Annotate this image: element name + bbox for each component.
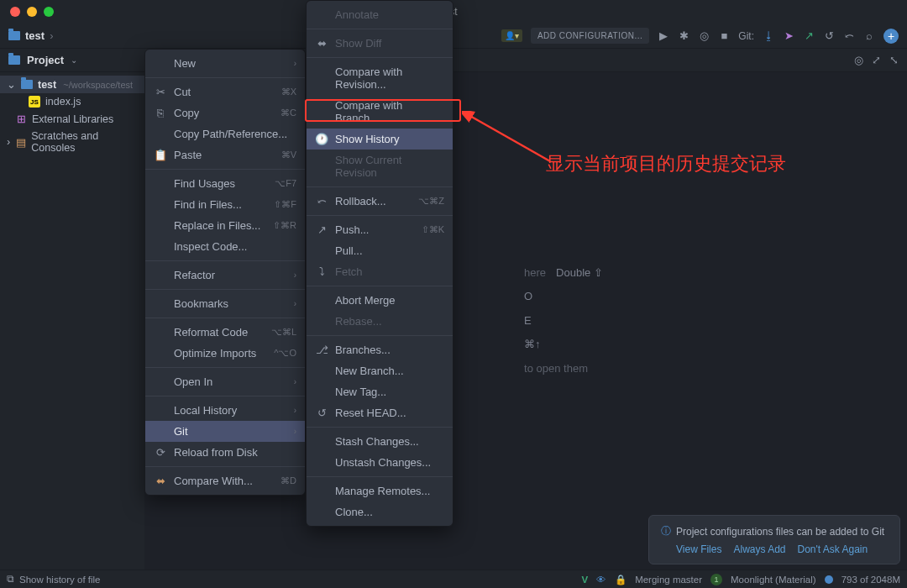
menu-rollback[interactable]: ⤺Rollback...⌥⌘Z [307, 191, 453, 212]
status-git-branch[interactable]: Merging master [635, 575, 702, 585]
notification-badge[interactable]: 1 [710, 574, 722, 585]
menu-rebase: Rebase... [307, 311, 453, 332]
menu-find-usages[interactable]: Find Usages⌥F7 [145, 173, 305, 194]
submenu-arrow-icon: › [294, 427, 296, 436]
tree-external-libraries[interactable]: ⊞ External Libraries [0, 110, 144, 128]
menu-refactor[interactable]: Refactor› [145, 265, 305, 286]
folder-icon [21, 80, 33, 89]
status-memory[interactable]: 793 of 2048M [841, 575, 900, 585]
menu-clone[interactable]: Clone... [307, 501, 453, 522]
menu-label: Rollback... [335, 195, 412, 207]
debug-icon[interactable]: ✱ [678, 30, 689, 42]
maximize-window-button[interactable] [44, 7, 54, 17]
reset-icon: ↺ [315, 407, 328, 419]
hint-key: ⌘↑ [524, 333, 541, 357]
menu-stash[interactable]: Stash Changes... [307, 431, 453, 452]
run-icon[interactable]: ▶ [658, 30, 669, 42]
notif-dont-ask[interactable]: Don't Ask Again [798, 543, 868, 555]
menu-inspect-code[interactable]: Inspect Code... [145, 236, 305, 257]
project-view-label[interactable]: Project [27, 54, 64, 66]
menu-compare-revision[interactable]: Compare with Revision... [307, 61, 453, 95]
library-icon: ⊞ [15, 113, 27, 125]
menu-copy-path[interactable]: Copy Path/Reference... [145, 123, 305, 144]
menu-local-history[interactable]: Local History› [145, 400, 305, 421]
select-opened-file-icon[interactable]: ◎ [854, 54, 863, 66]
menu-reload-from-disk[interactable]: ⟳Reload from Disk [145, 442, 305, 463]
tree-root[interactable]: ⌄ test ~/workspace/test [0, 76, 144, 93]
menu-compare-with[interactable]: ⬌Compare With...⌘D [145, 470, 305, 491]
vcs-update-icon[interactable]: ⭳ [763, 30, 774, 42]
status-v[interactable]: V [581, 575, 588, 585]
menu-separator [307, 29, 453, 29]
tool-window-icon[interactable]: ⧉ [7, 574, 14, 585]
menu-find-in-files[interactable]: Find in Files...⇧⌘F [145, 194, 305, 215]
chevron-down-icon[interactable]: ⌄ [71, 55, 77, 65]
minimize-window-button[interactable] [27, 7, 37, 17]
menu-label: Paste [174, 149, 275, 161]
eye-icon[interactable]: 👁 [596, 575, 606, 585]
menu-branches[interactable]: ⎇Branches... [307, 339, 453, 360]
menu-shortcut: ⇧⌘K [422, 224, 444, 235]
menu-new-tag[interactable]: New Tag... [307, 381, 453, 402]
menu-optimize-imports[interactable]: Optimize Imports^⌥O [145, 343, 305, 364]
menu-separator [307, 57, 453, 58]
status-bar: ⧉ Show history of file V 👁 🔒 Merging mas… [0, 570, 907, 588]
menu-reformat[interactable]: Reformat Code⌥⌘L [145, 322, 305, 343]
collapse-all-icon[interactable]: ⤡ [889, 54, 899, 66]
menu-compare-branch[interactable]: Compare with Branch... [307, 95, 453, 129]
close-window-button[interactable] [10, 7, 20, 17]
lock-icon[interactable]: 🔒 [615, 574, 627, 585]
menu-open-in[interactable]: Open In› [145, 371, 305, 392]
coverage-icon[interactable]: ◎ [698, 30, 710, 42]
expand-icon[interactable]: ⌄ [7, 78, 16, 91]
menu-label: Local History [174, 404, 287, 417]
menu-push[interactable]: ↗Push...⇧⌘K [307, 219, 453, 240]
menu-copy[interactable]: ⎘Copy⌘C [145, 102, 305, 123]
tree-scratches[interactable]: › ▤ Scratches and Consoles [0, 128, 144, 156]
tree-file-index[interactable]: JS index.js [0, 93, 144, 110]
menu-reset-head[interactable]: ↺Reset HEAD... [307, 402, 453, 423]
menu-replace-in-files[interactable]: Replace in Files...⇧⌘R [145, 215, 305, 236]
add-configuration-button[interactable]: ADD CONFIGURATION... [531, 28, 649, 44]
menu-bookmarks[interactable]: Bookmarks› [145, 293, 305, 314]
expand-icon[interactable]: › [7, 136, 10, 148]
hint-label: to open them [524, 357, 588, 381]
project-tool-window-header: Project ⌄ ◎ ⤢ ⤡ [0, 49, 907, 72]
menu-separator [307, 335, 453, 336]
status-theme[interactable]: Moonlight (Material) [731, 575, 816, 585]
stop-icon[interactable]: ■ [718, 30, 730, 42]
menu-new[interactable]: New› [145, 53, 305, 74]
vcs-history-icon[interactable]: ↺ [823, 30, 835, 42]
menu-manage-remotes[interactable]: Manage Remotes... [307, 480, 453, 501]
menu-pull[interactable]: Pull... [307, 240, 453, 261]
menu-separator [145, 396, 305, 396]
vcs-push-icon[interactable]: ↗ [803, 30, 815, 42]
navigation-bar: test › 👤▾ ADD CONFIGURATION... ▶ ✱ ◎ ■ G… [0, 24, 907, 49]
menu-paste[interactable]: 📋Paste⌘V [145, 144, 305, 165]
code-with-me-icon[interactable]: 👤▾ [501, 29, 522, 42]
menu-cut[interactable]: ✂Cut⌘X [145, 81, 305, 102]
menu-show-history[interactable]: 🕐Show History [307, 129, 453, 150]
ext-lib-label: External Libraries [32, 113, 113, 125]
tree-root-path: ~/workspace/test [63, 80, 133, 90]
menu-abort-merge[interactable]: Abort Merge [307, 290, 453, 311]
menu-label: Manage Remotes... [335, 485, 444, 497]
menu-label: Refactor [174, 269, 287, 281]
push-icon: ↗ [315, 223, 328, 236]
main-area: ⌄ test ~/workspace/test JS index.js ⊞ Ex… [0, 72, 907, 570]
notif-always-add[interactable]: Always Add [733, 543, 785, 555]
submenu-arrow-icon: › [294, 270, 296, 280]
menu-separator [145, 466, 305, 467]
vcs-rollback-icon[interactable]: ⤺ [843, 30, 855, 42]
fetch-icon: ⤵ [315, 265, 328, 278]
vcs-commit-icon[interactable]: ➤ [783, 30, 794, 42]
menu-unstash[interactable]: Unstash Changes... [307, 452, 453, 473]
notif-view-files[interactable]: View Files [676, 543, 721, 555]
search-icon[interactable]: ⌕ [863, 30, 875, 42]
menu-new-branch[interactable]: New Branch... [307, 360, 453, 381]
breadcrumb-project[interactable]: test [25, 29, 45, 42]
rollback-icon: ⤺ [315, 195, 328, 207]
expand-all-icon[interactable]: ⤢ [872, 54, 881, 66]
add-icon[interactable]: + [883, 29, 899, 44]
menu-git[interactable]: Git› [145, 421, 305, 442]
